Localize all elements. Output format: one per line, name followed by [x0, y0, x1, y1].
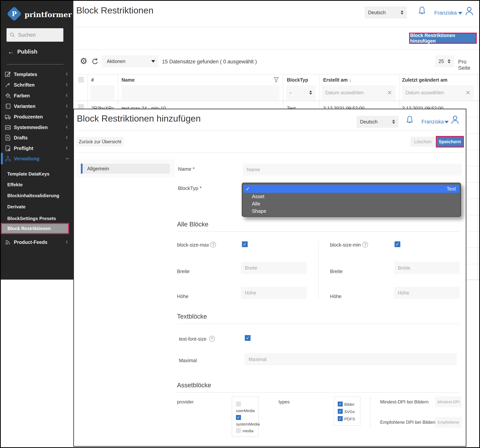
block-size-max-label: block-size-max: [177, 242, 209, 248]
systemmedia-checkbox[interactable]: ✓: [236, 415, 241, 420]
modal-user-name[interactable]: Franziska: [421, 119, 444, 125]
id-filter-input[interactable]: [91, 85, 115, 100]
rec-dpi-label: Empfohlene DPI bei Bildern: [380, 420, 437, 425]
sidebar-subitem-effekte[interactable]: Effekte: [1, 181, 73, 189]
dropdown-option-shape[interactable]: Shape: [243, 207, 459, 215]
breite-max-input[interactable]: [241, 262, 307, 274]
stepper-icon: [309, 90, 312, 95]
hoehe-max-input[interactable]: [241, 287, 307, 299]
sidebar-item-schriften[interactable]: Schriften‹: [1, 81, 73, 89]
sidebar-subitem-blockinhaltsvalidierung[interactable]: Blockinhaltsvalidierung: [1, 192, 73, 199]
aktionen-select[interactable]: Aktionen: [102, 55, 159, 67]
notifications-bell-icon[interactable]: [405, 115, 415, 125]
col-name-header[interactable]: Name: [121, 77, 134, 83]
per-page-select[interactable]: 25: [435, 55, 454, 67]
sidebar-item-preflight[interactable]: Preflight‹: [1, 144, 73, 152]
usermedia-label: userMedia: [236, 408, 255, 413]
sidebar-item-systemmedien[interactable]: Systemmedien‹: [1, 123, 73, 132]
created-date-filter[interactable]: ✕: [322, 85, 395, 100]
select-all-checkbox[interactable]: ✓: [78, 77, 84, 83]
sidebar-item-produzenten[interactable]: Produzenten‹: [1, 113, 73, 121]
add-block-restriktionen-button[interactable]: Block Restriktionen hinzufügen: [410, 34, 476, 43]
sidebar-item-templates[interactable]: Templates‹: [1, 70, 73, 78]
sidebar-item-varianten[interactable]: Varianten‹: [1, 102, 73, 110]
dropdown-option-text[interactable]: ✓Text: [243, 185, 459, 193]
text-font-size-checkbox[interactable]: ✓: [245, 335, 251, 341]
maximal-input[interactable]: [245, 353, 457, 365]
tab-allgemein[interactable]: Allgemein: [81, 164, 170, 174]
settings-gear-icon[interactable]: ⚙: [80, 56, 87, 66]
section-assetbloecke-heading: Assetblöcke: [177, 382, 211, 389]
bilder-checkbox[interactable]: ✓: [338, 402, 343, 406]
col-blocktyp-header[interactable]: BlockTyp: [287, 77, 308, 83]
user-menu-caret-icon[interactable]: [445, 121, 449, 123]
delete-button[interactable]: Löschen: [410, 137, 435, 147]
refresh-icon[interactable]: [91, 58, 99, 66]
help-icon[interactable]: ?: [209, 336, 215, 342]
dropdown-option-asset[interactable]: Asset: [243, 193, 459, 200]
user-avatar-icon[interactable]: [450, 114, 460, 125]
filter-funnel-icon[interactable]: [273, 76, 280, 83]
rec-dpi-input[interactable]: [435, 417, 462, 428]
block-size-min-checkbox[interactable]: ✓: [395, 241, 400, 247]
created-date-input[interactable]: [325, 90, 379, 95]
section-alle-bloecke-heading: Alle Blöcke: [177, 221, 208, 228]
select-caret-icon: [151, 60, 155, 63]
sidebar-item-farben[interactable]: Farben‹: [1, 91, 73, 100]
breite-min-input[interactable]: [394, 262, 460, 274]
help-icon[interactable]: ?: [210, 242, 216, 248]
help-icon[interactable]: ?: [362, 242, 368, 248]
chevron-left-icon: ‹: [66, 80, 68, 88]
search-input[interactable]: [18, 32, 61, 38]
user-avatar-icon[interactable]: [464, 5, 475, 16]
min-dpi-input[interactable]: [435, 397, 462, 407]
name-input[interactable]: [243, 164, 462, 176]
back-to-publish[interactable]: ← Publish: [8, 48, 37, 56]
clear-x-icon[interactable]: ✕: [466, 89, 470, 96]
modified-date-filter[interactable]: ✕: [402, 85, 474, 100]
pdfs-checkbox[interactable]: ✓: [338, 416, 343, 421]
back-to-overview-button[interactable]: Zurück zur Übersicht: [76, 137, 124, 147]
templates-icon: [5, 71, 11, 78]
block-size-max-checkbox[interactable]: ✓: [242, 241, 248, 247]
stepper-icon: [448, 59, 451, 63]
chevron-left-icon: ‹: [66, 238, 68, 246]
hoehe-label: Höhe: [177, 294, 189, 299]
user-menu-caret-icon[interactable]: [458, 12, 462, 14]
col-created-header[interactable]: Erstellt am ↓: [323, 77, 351, 83]
modal-language-select[interactable]: Deutsch: [357, 116, 398, 128]
block-size-min-label: block-size-min: [330, 242, 361, 248]
table-top-border: [76, 74, 480, 75]
user-name[interactable]: Franziska: [434, 10, 457, 16]
sidebar-subitem-blocksettings-presets[interactable]: BlockSettings Presets: [1, 215, 73, 222]
check-icon: ✓: [246, 186, 252, 192]
media-checkbox[interactable]: ✓: [236, 428, 241, 433]
search-icon: [9, 32, 15, 38]
blocktyp-filter-select[interactable]: -: [286, 85, 316, 100]
hoehe-min-input[interactable]: [394, 287, 460, 299]
clear-x-icon[interactable]: ✕: [387, 89, 392, 96]
col-modified-header[interactable]: Zuletzt geändert am: [402, 77, 447, 83]
sidebar-subitem-template-datakeys[interactable]: Template DataKeys: [1, 170, 73, 178]
svgs-checkbox[interactable]: ✓: [338, 409, 343, 414]
sidebar-item-verwaltung[interactable]: Verwaltung‹: [1, 154, 73, 163]
types-group: ✓ Bilder ✓ SVGs ✓ PDFS: [334, 397, 360, 426]
header-divider: [76, 27, 480, 27]
sidebar-search[interactable]: [7, 28, 63, 42]
notifications-bell-icon[interactable]: [417, 6, 427, 16]
language-select[interactable]: Deutsch: [365, 7, 407, 18]
truck-icon: [5, 114, 11, 120]
sidebar-subitem-derivate[interactable]: Derivate: [1, 203, 73, 211]
sidebar-subitem-block-restriktionen[interactable]: Block Restriktionen: [1, 223, 69, 234]
save-button[interactable]: Speichern: [437, 137, 463, 147]
chevron-down-icon: ‹: [63, 157, 71, 160]
col-id-header[interactable]: #: [91, 77, 94, 83]
sidebar-item-drafts[interactable]: Drafts‹: [1, 134, 73, 142]
sidebar: P printformer ← Publish Templates‹ Schri…: [1, 1, 73, 280]
dropdown-option-alle[interactable]: Alle: [243, 200, 459, 207]
sidebar-item-product-feeds[interactable]: Product-Feeds‹: [1, 238, 73, 246]
usermedia-checkbox[interactable]: ✓: [236, 402, 241, 406]
name-filter-input[interactable]: [121, 85, 279, 100]
sidebar-divider: [7, 64, 63, 64]
modified-date-input[interactable]: [405, 90, 457, 95]
